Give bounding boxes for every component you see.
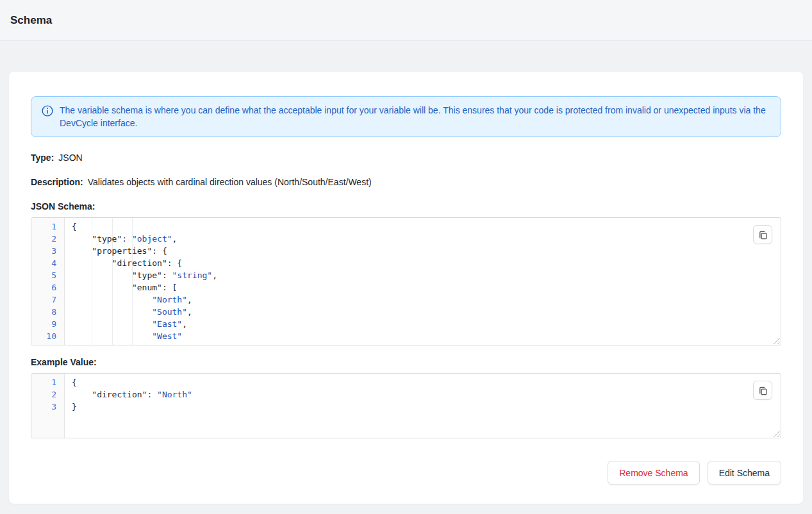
- json-schema-label: JSON Schema:: [31, 201, 781, 211]
- code-line: 1{: [31, 376, 781, 388]
- code-line: 3}: [31, 401, 781, 413]
- code-text: "properties": {: [65, 245, 167, 257]
- description-label: Description:: [31, 177, 83, 187]
- code-line: 10 "West": [31, 330, 781, 342]
- info-alert-text: The variable schema is where you can def…: [60, 104, 770, 129]
- code-text: "direction": {: [65, 257, 182, 269]
- schema-card: The variable schema is where you can def…: [9, 72, 803, 504]
- type-label: Type:: [31, 153, 54, 163]
- line-number: 10: [31, 330, 65, 342]
- page-title: Schema: [10, 14, 52, 27]
- line-number: 1: [31, 376, 65, 388]
- code-text: {: [65, 220, 77, 233]
- actions-bar: Remove Schema Edit Schema: [31, 461, 781, 485]
- remove-schema-button[interactable]: Remove Schema: [608, 461, 699, 485]
- code-text: }: [65, 401, 77, 413]
- description-value: Validates objects with cardinal directio…: [88, 177, 372, 187]
- line-number: 2: [31, 388, 65, 401]
- line-number: 1: [31, 220, 65, 233]
- line-number: 9: [31, 318, 65, 330]
- code-text: "direction": "North": [65, 388, 192, 401]
- code-text: "type": "string",: [65, 269, 217, 281]
- json-schema-editor[interactable]: 1{2 "type": "object",3 "properties": {4 …: [31, 217, 781, 345]
- resize-handle[interactable]: [772, 429, 780, 437]
- code-line: 5 "type": "string",: [31, 269, 781, 281]
- page-header: Schema: [0, 0, 812, 41]
- code-text: ]: [65, 342, 137, 345]
- code-line: 6 "enum": [: [31, 281, 781, 294]
- description-row: Description:Validates objects with cardi…: [31, 177, 781, 187]
- line-number: 11: [31, 342, 65, 345]
- copy-icon: [758, 386, 768, 395]
- code-lines: 1{2 "type": "object",3 "properties": {4 …: [31, 218, 781, 345]
- line-number: 8: [31, 306, 65, 318]
- code-line: 11 ]: [31, 342, 781, 345]
- main-content: The variable schema is where you can def…: [0, 41, 812, 513]
- code-line: 2 "type": "object",: [31, 233, 781, 245]
- line-number: 4: [31, 257, 65, 269]
- code-line: 4 "direction": {: [31, 257, 781, 269]
- code-text: "enum": [: [65, 281, 177, 294]
- code-line: 2 "direction": "North": [31, 388, 781, 401]
- code-line: 1{: [31, 220, 781, 233]
- copy-example-button[interactable]: [753, 381, 772, 400]
- copy-icon: [758, 230, 768, 240]
- code-lines: 1{2 "direction": "North"3}: [31, 374, 781, 413]
- example-value-editor[interactable]: 1{2 "direction": "North"3}: [31, 373, 781, 438]
- line-number: 6: [31, 281, 65, 294]
- code-line: 9 "East",: [31, 318, 781, 330]
- type-row: Type:JSON: [31, 153, 781, 163]
- code-text: "East",: [65, 318, 187, 330]
- line-number: 3: [31, 401, 65, 413]
- code-text: "West": [65, 330, 182, 342]
- type-value: JSON: [58, 153, 82, 163]
- info-alert: The variable schema is where you can def…: [31, 96, 781, 137]
- code-line: 7 "North",: [31, 294, 781, 306]
- code-text: {: [65, 376, 77, 388]
- code-text: "South",: [65, 306, 192, 318]
- line-number: 2: [31, 233, 65, 245]
- line-number: 7: [31, 294, 65, 306]
- edit-schema-button[interactable]: Edit Schema: [708, 461, 781, 485]
- code-line: 8 "South",: [31, 306, 781, 318]
- line-number: 3: [31, 245, 65, 257]
- code-text: "type": "object",: [65, 233, 177, 245]
- code-text: "North",: [65, 294, 192, 306]
- code-line: 3 "properties": {: [31, 245, 781, 257]
- example-value-label: Example Value:: [31, 357, 781, 367]
- info-icon: [42, 105, 53, 117]
- copy-schema-button[interactable]: [753, 225, 772, 244]
- line-number: 5: [31, 269, 65, 281]
